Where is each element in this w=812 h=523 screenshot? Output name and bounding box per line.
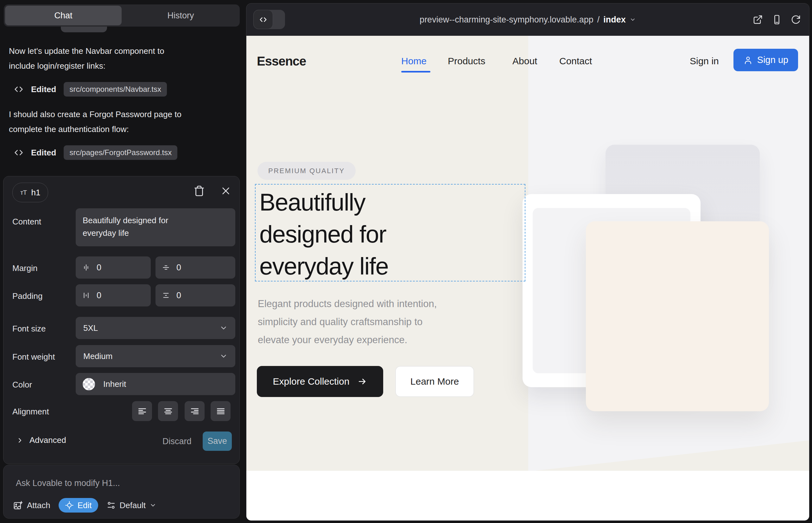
code-toggle-segment[interactable] [253,10,273,29]
url-host: preview--charming-site-symphony.lovable.… [420,15,594,25]
color-select[interactable]: Inherit [76,373,235,395]
padding-y-input[interactable]: 0 [156,284,235,306]
trash-icon [194,185,205,197]
attach-button[interactable]: Attach [13,501,50,510]
user-icon [743,55,753,65]
site-logo[interactable]: Essence [257,54,306,68]
align-left-button[interactable] [132,401,152,421]
hero-paragraph-line: Elegant products designed with intention… [258,295,437,313]
edited-label: Edited [31,85,56,94]
edited-file-chip[interactable]: src/pages/ForgotPassword.tsx [64,145,177,160]
align-center-button[interactable] [158,401,178,421]
margin-y-value: 0 [176,263,181,273]
preview-panel: preview--charming-site-symphony.lovable.… [246,3,810,521]
edited-file-row: Edited src/components/Navbar.tsx [13,82,167,97]
selected-element-tag: тT h1 [12,183,48,202]
content-value-line: everyday life [83,227,228,239]
nav-link-products[interactable]: Products [448,56,485,67]
edit-mode-button[interactable]: Edit [58,498,98,512]
mode-label: Default [120,501,146,510]
attach-label: Attach [27,501,50,510]
h1-selection-outline[interactable] [255,184,525,282]
edited-label: Edited [31,148,56,158]
edited-file-row: Edited src/pages/ForgotPassword.tsx [13,145,177,160]
font-weight-value: Medium [83,351,112,361]
section-below-hero [246,471,809,521]
chat-history-tabbar: Chat History [4,4,240,26]
advanced-label: Advanced [30,435,66,445]
color-label: Color [12,380,32,390]
composer-input[interactable]: Ask Lovable to modify H1... [16,479,120,488]
content-input[interactable]: Beautifully designed for everyday life [76,208,235,246]
align-right-icon [190,406,200,416]
font-size-label: Font size [12,324,46,334]
model-mode-button[interactable]: Default [106,501,156,510]
learn-more-button[interactable]: Learn More [395,366,474,397]
url-page: index [603,15,626,25]
padding-x-input[interactable]: 0 [76,284,151,306]
padding-horizontal-icon [82,291,90,300]
open-external-button[interactable] [753,15,763,25]
sliders-icon [106,501,116,510]
chat-composer[interactable]: Ask Lovable to modify H1... Attach Edit [3,465,240,519]
refresh-button[interactable] [791,15,801,25]
save-button[interactable]: Save [203,432,232,451]
tab-chat[interactable]: Chat [5,6,122,25]
preview-topbar: preview--charming-site-symphony.lovable.… [246,3,809,36]
margin-y-input[interactable]: 0 [156,256,235,278]
explore-collection-button[interactable]: Explore Collection [257,366,383,397]
type-icon: тT [20,189,27,196]
tab-history[interactable]: History [122,4,240,26]
code-icon [13,84,24,95]
code-view-toggle[interactable] [253,10,285,29]
app-window: Chat History Now let's update the Navbar… [0,0,812,523]
preview-actions [753,3,801,36]
url-bar[interactable]: preview--charming-site-symphony.lovable.… [246,3,809,36]
padding-x-value: 0 [96,291,101,301]
alignment-label: Alignment [12,407,49,417]
font-weight-select[interactable]: Medium [76,345,235,367]
element-editor-panel: тT h1 Content Beautifully designed for e… [3,176,240,464]
chat-message-line: include login/register links: [9,58,237,73]
content-value-line: Beautifully designed for [83,214,228,227]
mobile-view-button[interactable] [772,15,782,25]
color-swatch-transparent [83,378,95,390]
edited-file-chip[interactable]: src/components/Navbar.tsx [64,82,166,96]
composer-toolbar: Attach Edit Default [13,497,156,513]
align-right-button[interactable] [184,401,205,421]
close-panel-button[interactable] [221,186,231,197]
align-justify-icon [216,406,226,416]
hero-paragraph: Elegant products designed with intention… [258,295,437,349]
target-icon [65,501,74,510]
margin-label: Margin [12,264,37,273]
padding-vertical-icon [162,291,170,300]
delete-element-button[interactable] [194,185,205,198]
code-icon [259,15,268,24]
arrow-right-icon [357,377,367,386]
hero-paragraph-line: elevate your everyday experience. [258,331,437,349]
advanced-toggle[interactable]: Advanced [16,435,66,445]
code-icon [13,147,24,158]
hero-paragraph-line: simplicity and quality craftsmanship to [258,313,437,331]
chevron-down-icon [630,16,636,23]
font-weight-label: Font weight [12,352,55,362]
attach-image-icon [13,501,22,510]
chevron-down-icon [149,502,156,509]
nav-link-contact[interactable]: Contact [559,56,592,67]
element-tag-label: h1 [31,188,40,198]
nav-link-home[interactable]: Home [401,56,427,67]
align-left-icon [137,406,147,416]
chat-message: Now let's update the Navbar component to… [9,44,237,73]
margin-x-input[interactable]: 0 [76,256,151,278]
margin-horizontal-icon [82,264,90,272]
font-size-select[interactable]: 5XL [76,317,235,339]
discard-button[interactable]: Discard [162,437,192,446]
scrolled-chip-partial [61,26,107,32]
align-justify-button[interactable] [211,401,231,421]
chat-sidebar: Chat History Now let's update the Navbar… [0,0,246,523]
sign-in-link[interactable]: Sign in [690,56,719,67]
sign-up-button[interactable]: Sign up [734,49,798,71]
explore-collection-label: Explore Collection [273,376,350,387]
nav-link-about[interactable]: About [512,56,537,67]
font-size-value: 5XL [83,323,98,333]
